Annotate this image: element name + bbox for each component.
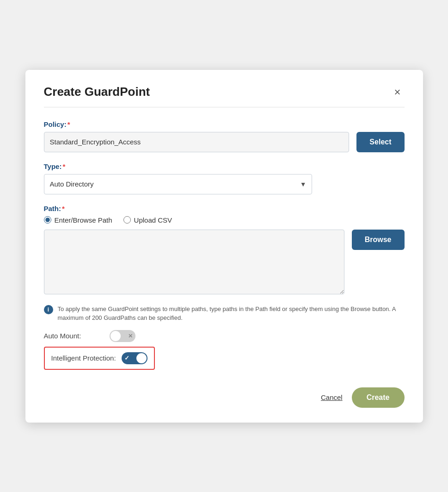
dialog-header: Create GuardPoint × xyxy=(44,85,405,107)
path-section: Path:* Enter/Browse Path Upload CSV Brow… xyxy=(44,205,405,294)
info-box: i To apply the same GuardPoint settings … xyxy=(44,305,405,323)
create-guardpoint-dialog: Create GuardPoint × Policy:* Select Type… xyxy=(25,70,423,423)
radio-upload-input[interactable] xyxy=(123,216,131,224)
info-text: To apply the same GuardPoint settings to… xyxy=(58,305,405,323)
intelligent-protection-thumb xyxy=(136,353,147,363)
create-button[interactable]: Create xyxy=(352,387,405,408)
select-button[interactable]: Select xyxy=(356,132,404,152)
auto-mount-track: ✕ xyxy=(110,330,135,342)
type-select-wrapper: Auto Directory Directory Raw or Block De… xyxy=(44,174,312,194)
intelligent-protection-highlight: Intelligent Protection: ✓ xyxy=(44,347,155,370)
radio-enter-path[interactable]: Enter/Browse Path xyxy=(44,216,112,224)
policy-section: Policy:* Select xyxy=(44,120,405,152)
policy-label: Policy:* xyxy=(44,120,405,128)
auto-mount-toggle[interactable]: ✕ xyxy=(110,330,135,342)
radio-upload-csv[interactable]: Upload CSV xyxy=(123,216,172,224)
auto-mount-label: Auto Mount: xyxy=(44,332,104,340)
type-select[interactable]: Auto Directory Directory Raw or Block De… xyxy=(44,174,312,194)
policy-row: Select xyxy=(44,132,405,152)
type-section: Type:* Auto Directory Directory Raw or B… xyxy=(44,162,405,194)
path-textarea[interactable] xyxy=(44,230,344,294)
policy-input[interactable] xyxy=(44,132,350,152)
intelligent-protection-track: ✓ xyxy=(122,352,147,364)
path-row: Browse xyxy=(44,230,405,294)
check-icon: ✓ xyxy=(124,355,129,361)
radio-enter-input[interactable] xyxy=(44,216,51,224)
x-icon: ✕ xyxy=(128,333,133,339)
type-label: Type:* xyxy=(44,162,405,170)
auto-mount-thumb xyxy=(110,331,121,341)
dialog-footer: Cancel Create xyxy=(44,387,405,408)
close-button[interactable]: × xyxy=(390,85,404,100)
dialog-title: Create GuardPoint xyxy=(44,85,150,99)
path-label: Path:* xyxy=(44,205,405,212)
cancel-button[interactable]: Cancel xyxy=(321,393,343,401)
path-options: Enter/Browse Path Upload CSV xyxy=(44,216,405,224)
browse-button[interactable]: Browse xyxy=(352,230,405,250)
intelligent-protection-toggle[interactable]: ✓ xyxy=(122,352,147,364)
info-icon: i xyxy=(44,305,53,314)
intelligent-protection-label: Intelligent Protection: xyxy=(51,354,116,362)
auto-mount-row: Auto Mount: ✕ xyxy=(44,330,405,342)
